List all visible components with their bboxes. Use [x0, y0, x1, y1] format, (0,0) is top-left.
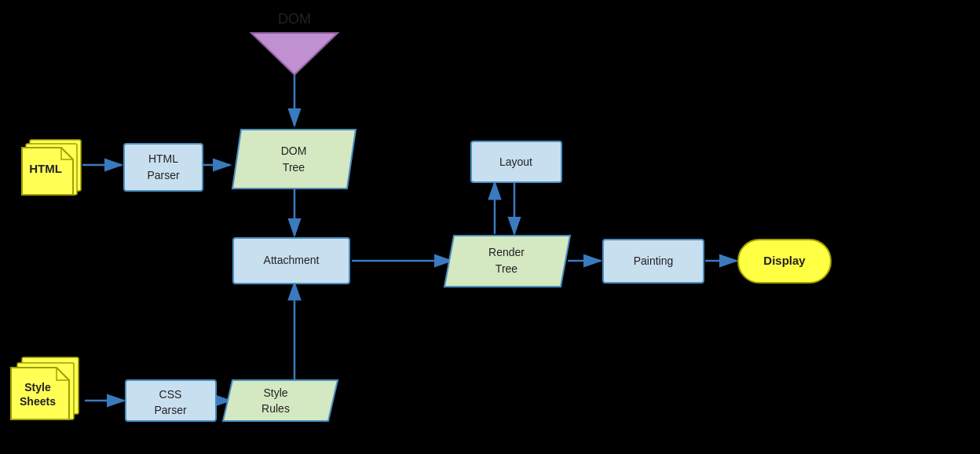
- diagram-svg: DOM: [0, 0, 980, 454]
- layout-label: Layout: [499, 156, 532, 168]
- style-rules-label: Style: [263, 386, 287, 399]
- css-parser-label: CSS: [159, 388, 182, 401]
- dom-tree-label2: Tree: [283, 161, 305, 174]
- dom-triangle: [251, 33, 338, 75]
- css-parser-label2: Parser: [154, 404, 187, 416]
- dom-tree-label: DOM: [281, 145, 307, 157]
- style-rules-label2: Rules: [261, 402, 290, 415]
- render-tree-label2: Tree: [495, 262, 517, 275]
- html-parser-label2: Parser: [147, 169, 180, 181]
- dom-label: DOM: [278, 11, 311, 27]
- diagram-container: DOM: [0, 0, 980, 454]
- html-label: HTML: [29, 162, 62, 175]
- html-parser-box: [124, 144, 203, 191]
- render-tree-label: Render: [488, 246, 525, 258]
- render-tree-box: [444, 236, 570, 287]
- stylesheets-box-main: [11, 368, 69, 419]
- painting-label: Painting: [634, 254, 674, 267]
- dom-tree-box: [232, 130, 356, 189]
- html-parser-label: HTML: [148, 152, 178, 165]
- display-label: Display: [763, 254, 806, 267]
- attachment-label: Attachment: [264, 254, 320, 266]
- stylesheets-label: Style: [24, 381, 51, 394]
- stylesheets-label2: Sheets: [20, 395, 56, 408]
